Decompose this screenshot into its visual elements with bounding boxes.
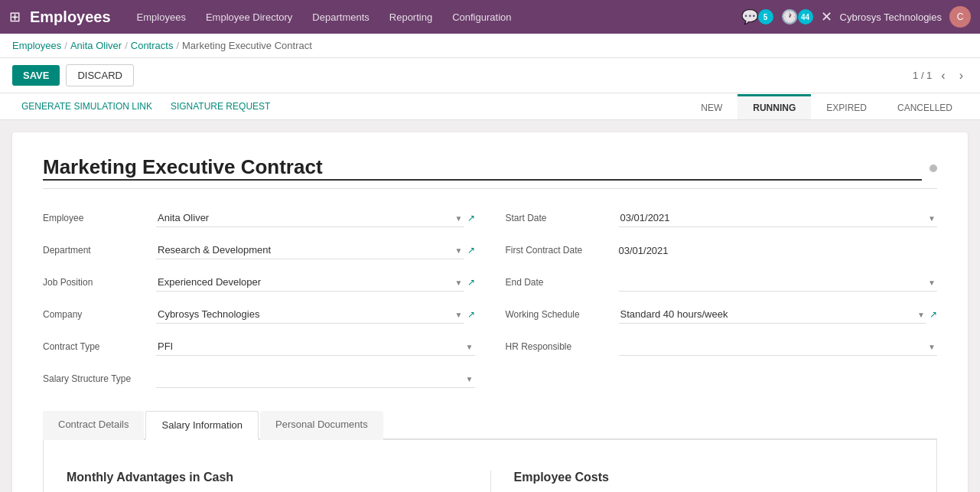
employee-ext-link[interactable]: ↗ [467, 213, 475, 223]
monthly-title: Monthly Advantages in Cash [67, 471, 490, 484]
job-position-label: Job Position [43, 277, 150, 288]
tab-contract-details[interactable]: Contract Details [43, 411, 144, 440]
contract-type-select-wrap: PFI ▼ [156, 337, 475, 356]
status-cancelled[interactable]: CANCELLED [882, 94, 968, 119]
start-date-select-wrap: 03/01/2021 ▼ [619, 209, 938, 227]
start-date-select[interactable]: 03/01/2021 [619, 209, 938, 227]
discard-button[interactable]: DISCARD [66, 64, 134, 86]
hr-responsible-row: HR Responsible ▼ [506, 333, 938, 360]
breadcrumb-sep1: / [64, 40, 67, 51]
end-date-row: End Date ▼ [506, 269, 938, 296]
salary-grid: Monthly Advantages in Cash Wage / month … [44, 455, 936, 492]
breadcrumb-anita[interactable]: Anita Oliver [70, 40, 122, 51]
department-field: Research & Development ▼ ↗ [156, 241, 475, 259]
discuss-icon-wrap[interactable]: 💬 5 [741, 8, 773, 25]
generate-simulation-link[interactable]: GENERATE SIMULATION LINK [12, 93, 161, 119]
job-position-row: Job Position Experienced Developer ▼ ↗ [43, 269, 475, 296]
company-field: Cybrosys Technologies ▼ ↗ [156, 305, 475, 324]
status-running[interactable]: RUNNING [737, 94, 811, 119]
discuss-icon: 💬 [741, 8, 758, 25]
company-select-wrap: Cybrosys Technologies ▼ [156, 305, 464, 324]
employee-select-wrap: Anita Oliver ▼ [156, 209, 464, 227]
signature-request-link[interactable]: SIGNATURE REQUEST [161, 93, 279, 119]
end-date-select[interactable] [619, 273, 938, 292]
salary-structure-select[interactable] [156, 370, 475, 388]
contract-title-row [43, 155, 937, 189]
status-steps: NEW RUNNING EXPIRED CANCELLED [685, 94, 968, 119]
employee-row: Employee Anita Oliver ▼ ↗ [43, 204, 475, 232]
breadcrumb: Employees / Anita Oliver / Contracts / M… [0, 34, 980, 58]
start-date-field: 03/01/2021 ▼ [619, 209, 938, 227]
first-contract-row: First Contract Date 03/01/2021 [506, 236, 938, 264]
top-nav: Employees Employee Directory Departments… [129, 8, 741, 26]
company-name: Cybrosys Technologies [840, 11, 942, 23]
employee-select[interactable]: Anita Oliver [156, 209, 464, 227]
nav-reporting[interactable]: Reporting [382, 8, 440, 26]
app-name: Employees [30, 8, 111, 26]
first-contract-label: First Contract Date [506, 245, 613, 256]
breadcrumb-employees[interactable]: Employees [12, 40, 61, 51]
nav-departments[interactable]: Departments [304, 8, 376, 26]
contract-type-field: PFI ▼ [156, 337, 475, 356]
activity-badge: 44 [798, 9, 813, 24]
department-select[interactable]: Research & Development [156, 241, 464, 259]
action-bar: SAVE DISCARD 1 / 1 ‹ › [0, 58, 980, 93]
hr-responsible-field: ▼ [619, 337, 938, 356]
ws-ext-link[interactable]: ↗ [930, 309, 937, 320]
next-button[interactable]: › [955, 67, 968, 84]
hr-select-wrap: ▼ [619, 337, 938, 356]
settings-icon[interactable]: ✕ [821, 8, 832, 25]
activity-icon-wrap[interactable]: 🕐 44 [781, 8, 813, 25]
end-date-field: ▼ [619, 273, 938, 292]
job-position-field: Experienced Developer ▼ ↗ [156, 273, 475, 292]
department-label: Department [43, 245, 150, 256]
status-expired[interactable]: EXPIRED [811, 94, 882, 119]
tabs-bar: Contract Details Salary Information Pers… [43, 411, 937, 440]
department-ext-link[interactable]: ↗ [467, 245, 475, 256]
end-date-label: End Date [506, 277, 613, 288]
company-select[interactable]: Cybrosys Technologies [156, 305, 464, 324]
tab-salary-information[interactable]: Salary Information [145, 411, 259, 440]
job-select-wrap: Experienced Developer ▼ [156, 273, 464, 292]
monthly-advantages-section: Monthly Advantages in Cash Wage / month [67, 471, 490, 492]
salary-structure-field: ▼ [156, 370, 475, 388]
breadcrumb-current: Marketing Executive Contract [182, 40, 312, 51]
breadcrumb-contracts[interactable]: Contracts [131, 40, 174, 51]
tab-personal-documents[interactable]: Personal Documents [260, 411, 383, 440]
hr-responsible-select[interactable] [619, 337, 938, 356]
employee-field: Anita Oliver ▼ ↗ [156, 209, 475, 227]
contract-type-select[interactable]: PFI [156, 337, 475, 356]
start-date-label: Start Date [506, 213, 613, 223]
contract-type-row: Contract Type PFI ▼ [43, 333, 475, 360]
salary-structure-label: Salary Structure Type [43, 373, 150, 384]
form-card: Employee Anita Oliver ▼ ↗ Department [12, 132, 968, 492]
employee-label: Employee [43, 213, 150, 223]
main-content: Employee Anita Oliver ▼ ↗ Department [0, 120, 980, 492]
pagination: 1 / 1 ‹ › [913, 67, 968, 84]
contract-title-input[interactable] [43, 155, 922, 181]
working-schedule-select[interactable]: Standard 40 hours/week [619, 305, 927, 324]
employee-costs-section: Employee Costs Employee Budget 300,000.0… [490, 471, 914, 492]
prev-button[interactable]: ‹ [936, 67, 949, 84]
form-fields: Employee Anita Oliver ▼ ↗ Department [43, 204, 937, 393]
company-ext-link[interactable]: ↗ [467, 309, 475, 320]
user-avatar[interactable]: C [949, 6, 971, 28]
grid-icon[interactable]: ⊞ [9, 8, 21, 25]
left-section: Employee Anita Oliver ▼ ↗ Department [43, 204, 475, 393]
start-date-row: Start Date 03/01/2021 ▼ [506, 204, 938, 232]
company-label: Company [43, 309, 150, 320]
nav-employee-directory[interactable]: Employee Directory [198, 8, 300, 26]
right-section: Start Date 03/01/2021 ▼ First Contract D… [506, 204, 938, 393]
status-dot [930, 165, 937, 172]
department-row: Department Research & Development ▼ ↗ [43, 236, 475, 264]
job-ext-link[interactable]: ↗ [467, 277, 475, 288]
discuss-badge: 5 [758, 9, 773, 24]
hr-responsible-label: HR Responsible [506, 341, 613, 352]
breadcrumb-sep3: / [176, 40, 179, 51]
status-new[interactable]: NEW [685, 94, 737, 119]
end-date-select-wrap: ▼ [619, 273, 938, 292]
job-position-select[interactable]: Experienced Developer [156, 273, 464, 292]
nav-employees[interactable]: Employees [129, 8, 194, 26]
nav-configuration[interactable]: Configuration [444, 8, 519, 26]
save-button[interactable]: SAVE [12, 65, 60, 86]
